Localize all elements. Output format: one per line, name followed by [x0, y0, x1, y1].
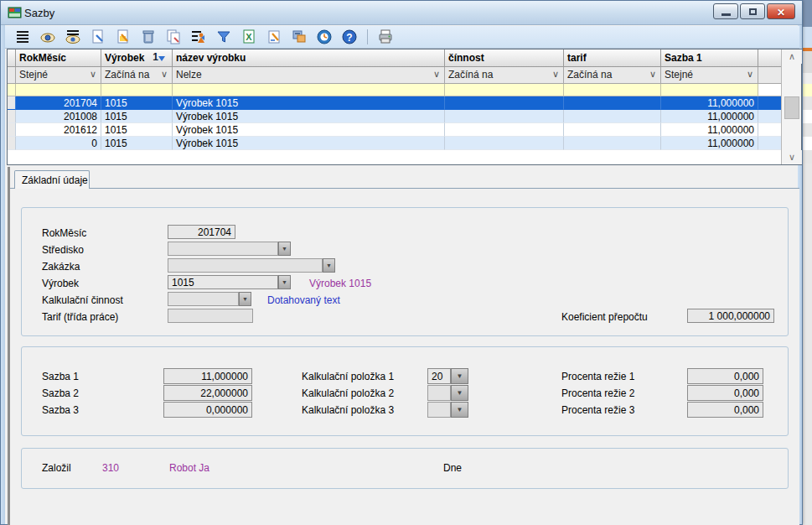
view-detail-button[interactable] [64, 28, 82, 46]
cell-sazba1[interactable]: 11,000000 [661, 123, 758, 137]
koeficient-field[interactable]: 1 000,000000 [687, 309, 774, 323]
copy-record-button[interactable] [164, 28, 183, 46]
cell-rokmesic[interactable]: 201704 [16, 96, 101, 110]
cell-vyrobek[interactable]: 1015 [101, 137, 173, 150]
filter-operator-cinnost[interactable]: Začíná na∨ [445, 67, 564, 84]
title-bar[interactable]: Sazby ✕ [1, 1, 802, 25]
filter-operator-nazev[interactable]: Nelze∨ [173, 67, 445, 84]
tarif-field[interactable] [168, 309, 253, 323]
vyrobek-field[interactable]: 1015 [168, 275, 278, 289]
tab-zakladni-udaje[interactable]: Základní údaje [14, 170, 90, 189]
polozka1-dropdown-button[interactable]: ▼ [451, 368, 468, 384]
rezie1-field[interactable]: 0,000 [687, 368, 763, 384]
column-header-sazba1[interactable]: Sazba 1 [661, 49, 758, 67]
kalkulacni-cinnost-field[interactable] [168, 292, 239, 306]
polozka3-dropdown-button[interactable]: ▼ [451, 402, 468, 418]
column-header-vyrobek[interactable]: Výrobek 1 [101, 49, 173, 67]
sazba3-field[interactable]: 0,000000 [163, 402, 252, 418]
close-button[interactable]: ✕ [767, 3, 795, 19]
filter-input-nazev[interactable] [173, 84, 445, 96]
cell-vyrobek[interactable]: 1015 [101, 110, 173, 123]
filter-input-vyrobek[interactable] [101, 84, 173, 96]
chevron-down-icon[interactable]: ∨ [90, 69, 96, 80]
special-filter-button[interactable] [189, 28, 208, 46]
app-icon [8, 6, 22, 23]
cell-vyrobek[interactable]: 1015 [101, 96, 173, 110]
cell-sazba1[interactable]: 11,000000 [661, 137, 758, 150]
cell-cinnost[interactable] [445, 96, 564, 110]
stredisko-dropdown-button[interactable]: ▼ [278, 242, 291, 256]
notes-button[interactable] [265, 28, 283, 46]
scroll-up-arrow-icon[interactable]: ∧ [782, 49, 802, 64]
scrollbar-thumb[interactable] [784, 96, 799, 119]
vyrobek-dropdown-button[interactable]: ▼ [278, 275, 291, 289]
chevron-down-icon[interactable]: ∨ [747, 69, 753, 80]
cell-nazev[interactable]: Výrobek 1015 [173, 123, 445, 137]
cell-sazba1[interactable]: 11,000000 [661, 96, 758, 110]
cell-rokmesic[interactable]: 201612 [16, 123, 101, 137]
cell-tarif[interactable] [564, 137, 661, 150]
cell-nazev[interactable]: Výrobek 1015 [173, 137, 445, 150]
edit-record-button[interactable] [114, 28, 132, 46]
cell-sazba1[interactable]: 11,000000 [661, 110, 758, 123]
cell-tarif[interactable] [564, 96, 661, 110]
cell-cinnost[interactable] [445, 137, 564, 150]
filter-input-tarif[interactable] [564, 84, 661, 96]
scroll-down-arrow-icon[interactable]: ∨ [782, 150, 802, 164]
polozka3-field[interactable] [427, 402, 451, 418]
browse-list-button[interactable] [13, 28, 32, 46]
sazba1-field[interactable]: 11,000000 [163, 368, 252, 384]
refresh-timer-button[interactable] [315, 28, 334, 46]
rezie3-field[interactable]: 0,000 [687, 402, 763, 418]
filter-operator-tarif[interactable]: Začíná na∨ [564, 67, 661, 84]
column-header-cinnost[interactable]: čínnost [445, 49, 564, 67]
column-header-tarif[interactable]: tarif [564, 49, 661, 67]
cell-rokmesic[interactable]: 201008 [16, 110, 101, 123]
chevron-down-icon[interactable]: ∨ [649, 69, 656, 80]
filter-input-sazba1[interactable] [661, 84, 758, 96]
filter-button[interactable] [215, 28, 233, 46]
table-row[interactable]: 201612 1015 Výrobek 1015 11,000000 [8, 123, 801, 137]
sazba2-field[interactable]: 22,000000 [163, 385, 252, 401]
chevron-down-icon[interactable]: ∨ [433, 69, 440, 80]
table-row[interactable]: 201704 1015 Výrobek 1015 11,000000 [8, 96, 801, 110]
cell-cinnost[interactable] [445, 110, 564, 123]
polozka2-dropdown-button[interactable]: ▼ [451, 385, 468, 401]
grid-vertical-scrollbar[interactable]: ∧ ∨ [781, 49, 801, 164]
column-header-rokmesic[interactable]: RokMěsíc [16, 49, 101, 67]
export-excel-button[interactable]: X [240, 28, 258, 46]
print-transfer-button[interactable] [290, 28, 308, 46]
chevron-down-icon[interactable]: ∨ [552, 69, 559, 80]
help-button[interactable]: ? [340, 28, 359, 46]
maximize-button[interactable] [740, 3, 765, 19]
zakazka-field[interactable] [168, 258, 323, 273]
delete-record-button[interactable] [139, 28, 158, 46]
cell-cinnost[interactable] [445, 123, 564, 137]
cell-nazev[interactable]: Výrobek 1015 [173, 96, 445, 110]
filter-operator-sazba1[interactable]: Stejné∨ [661, 67, 758, 84]
table-row[interactable]: 0 1015 Výrobek 1015 11,000000 [8, 137, 801, 150]
table-row[interactable]: 201008 1015 Výrobek 1015 11,000000 [8, 110, 801, 123]
polozka1-field[interactable]: 20 [427, 368, 451, 384]
cell-tarif[interactable] [564, 110, 661, 123]
filter-operator-rokmesic[interactable]: Stejné∨ [16, 67, 101, 84]
filter-operator-vyrobek[interactable]: Začíná na∨ [101, 67, 173, 84]
zakazka-dropdown-button[interactable]: ▼ [323, 258, 335, 273]
kalkulacni-cinnost-dropdown-button[interactable]: ▼ [239, 292, 251, 306]
cell-rokmesic[interactable]: 0 [16, 137, 101, 150]
cell-nazev[interactable]: Výrobek 1015 [173, 110, 445, 123]
cell-vyrobek[interactable]: 1015 [101, 123, 173, 137]
filter-input-cinnost[interactable] [445, 84, 564, 96]
print-button[interactable] [376, 28, 395, 46]
cell-tarif[interactable] [564, 123, 661, 137]
column-header-nazev-vyrobku[interactable]: název výrobku [173, 49, 445, 67]
rezie2-field[interactable]: 0,000 [687, 385, 763, 401]
view-button[interactable] [39, 28, 57, 46]
new-record-button[interactable] [89, 28, 107, 46]
stredisko-field[interactable] [168, 242, 278, 256]
chevron-down-icon[interactable]: ∨ [161, 69, 168, 80]
polozka2-field[interactable] [427, 385, 451, 401]
filter-input-rokmesic[interactable] [16, 84, 101, 96]
rokmesic-field[interactable]: 201704 [168, 225, 235, 239]
minimize-button[interactable] [713, 3, 738, 19]
